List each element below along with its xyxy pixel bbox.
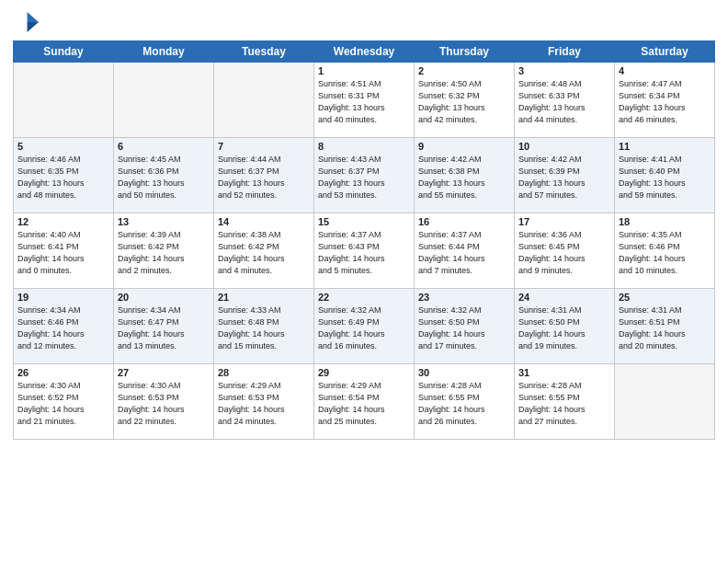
day-number: 20 [118, 292, 210, 303]
day-number: 19 [17, 292, 109, 303]
day-info: Sunrise: 4:31 AM Sunset: 6:50 PM Dayligh… [518, 304, 610, 352]
day-info: Sunrise: 4:37 AM Sunset: 6:43 PM Dayligh… [318, 229, 410, 277]
day-info: Sunrise: 4:34 AM Sunset: 6:47 PM Dayligh… [118, 304, 210, 352]
weekday-header-sunday: Sunday [14, 41, 114, 63]
svg-marker-1 [28, 22, 39, 32]
day-info: Sunrise: 4:47 AM Sunset: 6:34 PM Dayligh… [619, 78, 711, 126]
day-info: Sunrise: 4:36 AM Sunset: 6:45 PM Dayligh… [518, 229, 610, 277]
calendar-cell: 11Sunrise: 4:41 AM Sunset: 6:40 PM Dayli… [615, 138, 715, 213]
day-number: 14 [218, 216, 310, 227]
day-info: Sunrise: 4:40 AM Sunset: 6:41 PM Dayligh… [17, 229, 109, 277]
day-info: Sunrise: 4:48 AM Sunset: 6:33 PM Dayligh… [518, 78, 610, 126]
calendar-cell: 1Sunrise: 4:51 AM Sunset: 6:31 PM Daylig… [314, 63, 415, 138]
header [13, 9, 715, 35]
day-number: 5 [17, 141, 109, 152]
week-row-1: 1Sunrise: 4:51 AM Sunset: 6:31 PM Daylig… [14, 63, 715, 138]
calendar-cell: 26Sunrise: 4:30 AM Sunset: 6:52 PM Dayli… [14, 364, 114, 440]
day-number: 12 [17, 216, 109, 227]
calendar-cell: 22Sunrise: 4:32 AM Sunset: 6:49 PM Dayli… [314, 289, 415, 364]
calendar-cell: 30Sunrise: 4:28 AM Sunset: 6:55 PM Dayli… [415, 364, 515, 440]
logo-icon [13, 9, 39, 35]
day-number: 2 [418, 65, 510, 76]
day-number: 25 [619, 292, 711, 303]
page: SundayMondayTuesdayWednesdayThursdayFrid… [0, 0, 728, 563]
weekday-header-friday: Friday [515, 41, 615, 63]
day-number: 30 [418, 367, 510, 378]
calendar-cell: 15Sunrise: 4:37 AM Sunset: 6:43 PM Dayli… [314, 213, 415, 289]
svg-marker-0 [28, 12, 39, 22]
weekday-header-monday: Monday [114, 41, 214, 63]
calendar-cell: 9Sunrise: 4:42 AM Sunset: 6:38 PM Daylig… [415, 138, 515, 213]
day-info: Sunrise: 4:32 AM Sunset: 6:49 PM Dayligh… [318, 304, 410, 352]
week-row-4: 19Sunrise: 4:34 AM Sunset: 6:46 PM Dayli… [14, 289, 715, 364]
day-number: 28 [218, 367, 310, 378]
day-number: 24 [518, 292, 610, 303]
day-info: Sunrise: 4:28 AM Sunset: 6:55 PM Dayligh… [418, 380, 510, 428]
day-number: 9 [418, 141, 510, 152]
calendar-cell: 19Sunrise: 4:34 AM Sunset: 6:46 PM Dayli… [14, 289, 114, 364]
calendar-cell [615, 364, 715, 440]
calendar-cell [14, 63, 114, 138]
day-info: Sunrise: 4:35 AM Sunset: 6:46 PM Dayligh… [619, 229, 711, 277]
day-info: Sunrise: 4:45 AM Sunset: 6:36 PM Dayligh… [118, 154, 210, 201]
day-info: Sunrise: 4:29 AM Sunset: 6:54 PM Dayligh… [318, 380, 410, 428]
calendar-cell: 25Sunrise: 4:31 AM Sunset: 6:51 PM Dayli… [615, 289, 715, 364]
calendar-cell: 31Sunrise: 4:28 AM Sunset: 6:55 PM Dayli… [515, 364, 615, 440]
day-number: 1 [318, 65, 410, 76]
day-info: Sunrise: 4:44 AM Sunset: 6:37 PM Dayligh… [218, 154, 310, 201]
day-info: Sunrise: 4:42 AM Sunset: 6:39 PM Dayligh… [518, 154, 610, 201]
day-number: 23 [418, 292, 510, 303]
weekday-header-tuesday: Tuesday [214, 41, 314, 63]
calendar-cell: 8Sunrise: 4:43 AM Sunset: 6:37 PM Daylig… [314, 138, 415, 213]
day-number: 10 [518, 141, 610, 152]
day-info: Sunrise: 4:42 AM Sunset: 6:38 PM Dayligh… [418, 154, 510, 201]
day-number: 7 [218, 141, 310, 152]
day-info: Sunrise: 4:34 AM Sunset: 6:46 PM Dayligh… [17, 304, 109, 352]
day-number: 18 [619, 216, 711, 227]
calendar-cell [214, 63, 314, 138]
day-number: 31 [518, 367, 610, 378]
day-info: Sunrise: 4:46 AM Sunset: 6:35 PM Dayligh… [17, 154, 109, 201]
logo [13, 9, 42, 35]
day-info: Sunrise: 4:51 AM Sunset: 6:31 PM Dayligh… [318, 78, 410, 126]
calendar-cell: 4Sunrise: 4:47 AM Sunset: 6:34 PM Daylig… [615, 63, 715, 138]
calendar-cell: 23Sunrise: 4:32 AM Sunset: 6:50 PM Dayli… [415, 289, 515, 364]
day-number: 11 [619, 141, 711, 152]
day-number: 6 [118, 141, 210, 152]
calendar-cell: 2Sunrise: 4:50 AM Sunset: 6:32 PM Daylig… [415, 63, 515, 138]
day-info: Sunrise: 4:50 AM Sunset: 6:32 PM Dayligh… [418, 78, 510, 126]
week-row-5: 26Sunrise: 4:30 AM Sunset: 6:52 PM Dayli… [14, 364, 715, 440]
weekday-header-saturday: Saturday [615, 41, 715, 63]
day-info: Sunrise: 4:29 AM Sunset: 6:53 PM Dayligh… [218, 380, 310, 428]
calendar-cell: 17Sunrise: 4:36 AM Sunset: 6:45 PM Dayli… [515, 213, 615, 289]
day-info: Sunrise: 4:28 AM Sunset: 6:55 PM Dayligh… [518, 380, 610, 428]
day-info: Sunrise: 4:43 AM Sunset: 6:37 PM Dayligh… [318, 154, 410, 201]
day-number: 13 [118, 216, 210, 227]
calendar-cell: 7Sunrise: 4:44 AM Sunset: 6:37 PM Daylig… [214, 138, 314, 213]
week-row-3: 12Sunrise: 4:40 AM Sunset: 6:41 PM Dayli… [14, 213, 715, 289]
calendar-table: SundayMondayTuesdayWednesdayThursdayFrid… [13, 40, 715, 440]
day-number: 22 [318, 292, 410, 303]
day-number: 26 [17, 367, 109, 378]
day-info: Sunrise: 4:30 AM Sunset: 6:53 PM Dayligh… [118, 380, 210, 428]
day-info: Sunrise: 4:30 AM Sunset: 6:52 PM Dayligh… [17, 380, 109, 428]
day-number: 29 [318, 367, 410, 378]
day-info: Sunrise: 4:39 AM Sunset: 6:42 PM Dayligh… [118, 229, 210, 277]
weekday-header-thursday: Thursday [415, 41, 515, 63]
calendar-cell: 5Sunrise: 4:46 AM Sunset: 6:35 PM Daylig… [14, 138, 114, 213]
calendar-cell: 28Sunrise: 4:29 AM Sunset: 6:53 PM Dayli… [214, 364, 314, 440]
day-number: 15 [318, 216, 410, 227]
calendar-cell: 13Sunrise: 4:39 AM Sunset: 6:42 PM Dayli… [114, 213, 214, 289]
calendar-cell: 27Sunrise: 4:30 AM Sunset: 6:53 PM Dayli… [114, 364, 214, 440]
day-info: Sunrise: 4:31 AM Sunset: 6:51 PM Dayligh… [619, 304, 711, 352]
calendar-cell: 21Sunrise: 4:33 AM Sunset: 6:48 PM Dayli… [214, 289, 314, 364]
calendar-cell: 20Sunrise: 4:34 AM Sunset: 6:47 PM Dayli… [114, 289, 214, 364]
day-number: 3 [518, 65, 610, 76]
day-info: Sunrise: 4:41 AM Sunset: 6:40 PM Dayligh… [619, 154, 711, 201]
day-info: Sunrise: 4:33 AM Sunset: 6:48 PM Dayligh… [218, 304, 310, 352]
day-number: 16 [418, 216, 510, 227]
calendar-cell: 12Sunrise: 4:40 AM Sunset: 6:41 PM Dayli… [14, 213, 114, 289]
calendar-cell: 24Sunrise: 4:31 AM Sunset: 6:50 PM Dayli… [515, 289, 615, 364]
day-number: 21 [218, 292, 310, 303]
calendar-cell: 10Sunrise: 4:42 AM Sunset: 6:39 PM Dayli… [515, 138, 615, 213]
